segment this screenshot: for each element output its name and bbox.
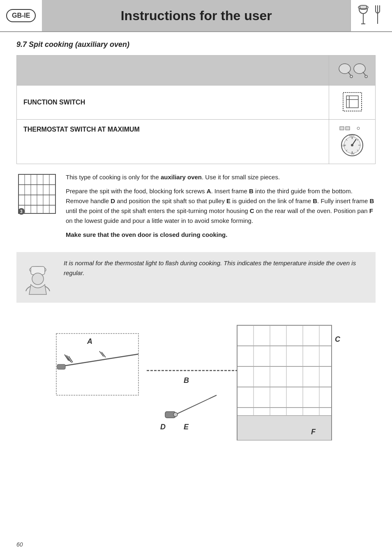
svg-point-49 — [32, 273, 44, 285]
svg-line-74 — [175, 395, 217, 415]
table-row-1 — [17, 56, 376, 86]
function-switch-icon — [341, 90, 364, 113]
svg-rect-15 — [346, 96, 358, 108]
table-row1-icon — [329, 56, 376, 86]
svg-rect-14 — [343, 93, 362, 111]
language-badge-area: GB-IE — [0, 0, 42, 31]
svg-rect-7 — [360, 5, 367, 9]
parts-diagram: A B C F — [48, 313, 344, 440]
oven-rack-svg: 3 — [16, 172, 58, 218]
note-section: It is normal for the thermostat light to… — [16, 252, 376, 303]
chef-image — [23, 258, 55, 297]
svg-rect-55 — [57, 364, 65, 369]
body-paragraph-2: Prepare the spit with the food, blocking… — [66, 186, 376, 226]
svg-point-10 — [350, 75, 353, 78]
header-cooking-icons — [355, 3, 388, 28]
svg-text:C: C — [335, 335, 341, 343]
header-title-area: Instructions for the user — [42, 0, 350, 31]
page-header: GB-IE Instructions for the user — [0, 0, 392, 32]
body-section: 3 This type of cooking is only for the a… — [16, 172, 376, 244]
instruction-table: FUNCTION SWITCH THERMOSTAT SWITCH AT MAX… — [16, 55, 376, 164]
svg-text:MAX: MAX — [349, 134, 355, 137]
table-row1-label — [17, 56, 329, 86]
table-row-3: THERMOSTAT SWITCH AT MAXIMUM — [17, 120, 376, 164]
table-row3-icon: MAX 225 150 — [329, 120, 376, 164]
svg-line-51 — [60, 354, 138, 366]
table-row3-label: THERMOSTAT SWITCH AT MAXIMUM — [17, 120, 329, 164]
svg-point-32 — [351, 144, 353, 146]
main-content: 9.7 Spit cooking (auxiliary oven) — [0, 36, 392, 465]
svg-rect-19 — [346, 127, 350, 130]
svg-rect-18 — [340, 127, 344, 130]
svg-point-13 — [365, 75, 367, 78]
table-row2-label: FUNCTION SWITCH — [17, 86, 329, 120]
chef-svg — [23, 258, 53, 295]
svg-point-20 — [357, 127, 360, 130]
svg-text:D: D — [160, 423, 166, 431]
section-title: 9.7 Spit cooking (auxiliary oven) — [16, 40, 376, 49]
svg-point-75 — [173, 412, 178, 417]
note-text: It is normal for the thermostat light to… — [64, 258, 369, 278]
svg-text:A: A — [87, 337, 92, 345]
oven-rack-image: 3 — [16, 172, 58, 219]
svg-point-8 — [339, 64, 350, 74]
svg-text:3: 3 — [20, 209, 23, 214]
table-row2-icon — [329, 86, 376, 120]
page-title: Instructions for the user — [121, 8, 272, 23]
svg-text:E: E — [184, 423, 189, 431]
svg-point-11 — [354, 64, 365, 74]
svg-rect-50 — [56, 334, 138, 395]
thermostat-icon: MAX 225 150 — [336, 125, 369, 158]
diagram-area: A B C F — [16, 313, 376, 440]
page-number: 60 — [16, 541, 23, 548]
header-icon-area — [350, 0, 392, 31]
language-badge: GB-IE — [6, 9, 36, 22]
table-row-2: FUNCTION SWITCH — [17, 86, 376, 120]
body-paragraph-3-bold: Make sure that the oven door is closed d… — [66, 230, 376, 240]
body-text-area: This type of cooking is only for the aux… — [66, 172, 376, 244]
svg-text:F: F — [311, 428, 316, 436]
food-icons — [336, 60, 369, 79]
svg-text:225: 225 — [342, 144, 346, 147]
svg-rect-60 — [237, 325, 332, 416]
body-paragraph-1: This type of cooking is only for the aux… — [66, 172, 376, 182]
svg-text:150: 150 — [351, 153, 355, 155]
bold-auxiliary: auxiliary oven — [161, 174, 202, 181]
svg-text:B: B — [184, 376, 189, 385]
